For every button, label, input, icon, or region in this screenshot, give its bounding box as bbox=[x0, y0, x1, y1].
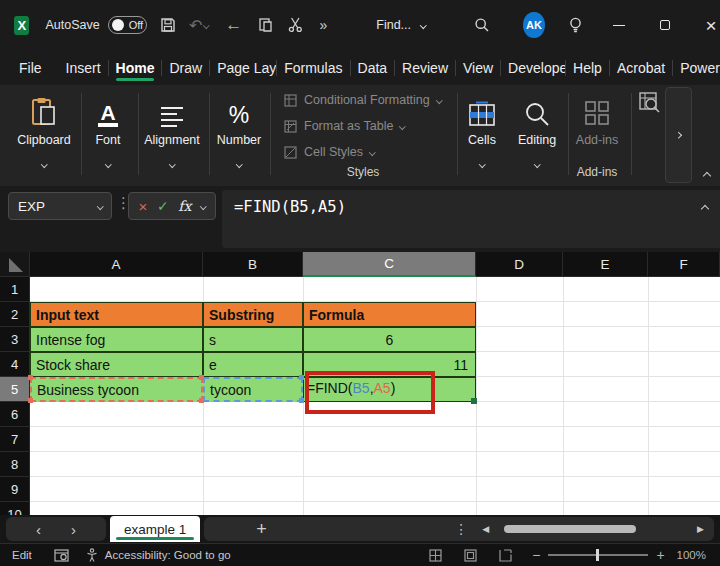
scroll-left-arrow[interactable]: ◀ bbox=[482, 524, 489, 534]
cell-A5-referenced[interactable]: Business tycoon bbox=[30, 377, 203, 402]
column-header-F[interactable]: F bbox=[648, 252, 720, 277]
column-header-E[interactable]: E bbox=[563, 252, 648, 277]
collapse-formula-bar-button[interactable] bbox=[702, 198, 708, 216]
format-as-table-button[interactable]: Format as Table bbox=[284, 119, 405, 133]
cut-button[interactable] bbox=[287, 14, 305, 36]
row-header-9[interactable]: 9 bbox=[0, 477, 30, 502]
prev-sheet-button[interactable]: ‹ bbox=[36, 521, 41, 538]
cell-A4[interactable]: Stock share bbox=[30, 352, 203, 377]
select-all-button[interactable] bbox=[0, 252, 30, 277]
column-header-A[interactable]: A bbox=[30, 252, 203, 277]
maximize-button[interactable] bbox=[656, 14, 674, 36]
confirm-entry-button[interactable]: ✓ bbox=[157, 198, 169, 214]
tab-insert[interactable]: Insert bbox=[59, 55, 108, 81]
page-layout-view-button[interactable] bbox=[464, 549, 477, 562]
tab-view[interactable]: View bbox=[456, 55, 500, 81]
tab-formulas[interactable]: Formulas bbox=[277, 55, 349, 81]
undo-icon: ↶ bbox=[189, 16, 202, 35]
tell-me-button[interactable] bbox=[567, 14, 585, 36]
formula-input[interactable]: =FIND(B5,A5) bbox=[222, 190, 720, 248]
font-chevron-icon bbox=[105, 161, 111, 167]
addins-icon bbox=[583, 99, 611, 127]
cell-B3[interactable]: s bbox=[203, 327, 303, 352]
cell-B2[interactable]: Substring bbox=[203, 302, 303, 327]
row-header-4[interactable]: 4 bbox=[0, 352, 30, 377]
row-header-2[interactable]: 2 bbox=[0, 302, 30, 327]
tab-data[interactable]: Data bbox=[351, 55, 395, 81]
next-sheet-button[interactable]: › bbox=[71, 521, 76, 538]
cell-C3[interactable]: 6 bbox=[303, 327, 476, 352]
normal-view-button[interactable] bbox=[429, 549, 442, 562]
new-sheet-button[interactable]: + bbox=[256, 519, 267, 540]
column-header-C[interactable]: C bbox=[303, 252, 476, 277]
sheet-tab-example1[interactable]: example 1 bbox=[110, 516, 200, 542]
row-header-10[interactable]: 10 bbox=[0, 502, 30, 515]
alignment-group-button[interactable]: Alignment bbox=[140, 93, 204, 170]
collapse-ribbon-button[interactable] bbox=[704, 165, 710, 183]
tab-draw[interactable]: Draw bbox=[162, 55, 209, 81]
cell-A3[interactable]: Intense fog bbox=[30, 327, 203, 352]
minimize-button[interactable] bbox=[610, 14, 628, 36]
row-header-8[interactable]: 8 bbox=[0, 452, 30, 477]
addins-button-label: Add-ins bbox=[566, 133, 628, 147]
styles-group-label: Styles bbox=[318, 165, 408, 179]
row-header-3[interactable]: 3 bbox=[0, 327, 30, 352]
cancel-entry-button[interactable]: × bbox=[139, 198, 148, 215]
clipboard-group-button[interactable]: Clipboard bbox=[12, 93, 76, 170]
ribbon-expand-strip[interactable] bbox=[665, 87, 692, 183]
save-button[interactable] bbox=[159, 14, 177, 36]
copy-button[interactable] bbox=[257, 14, 275, 36]
cell-A2[interactable]: Input text bbox=[30, 302, 203, 327]
row-header-1[interactable]: 1 bbox=[0, 277, 30, 302]
zoom-out-button[interactable]: − bbox=[532, 547, 540, 563]
undo-button[interactable]: ↶ bbox=[189, 14, 209, 36]
scroll-right-arrow[interactable]: ▶ bbox=[697, 524, 704, 534]
row-header-6[interactable]: 6 bbox=[0, 402, 30, 427]
fill-handle[interactable] bbox=[471, 398, 477, 404]
insert-function-button[interactable]: fx bbox=[178, 198, 191, 214]
conditional-formatting-button[interactable]: Conditional Formatting bbox=[284, 93, 441, 107]
page-break-preview-button[interactable] bbox=[499, 549, 512, 562]
horizontal-scrollbar-thumb[interactable] bbox=[504, 525, 636, 533]
analyze-data-button[interactable] bbox=[638, 91, 662, 119]
tab-home[interactable]: Home bbox=[109, 55, 162, 81]
close-button[interactable]: × bbox=[702, 14, 720, 36]
a5-handle bbox=[199, 375, 204, 380]
autosave-toggle[interactable]: Off bbox=[108, 16, 147, 34]
macro-record-button[interactable] bbox=[54, 549, 69, 562]
accessibility-checker-button[interactable] bbox=[85, 548, 99, 562]
zoom-slider-thumb[interactable] bbox=[596, 549, 599, 561]
find-dropdown[interactable]: Find... bbox=[376, 18, 425, 32]
tab-power-pivot[interactable]: Power Piv bbox=[673, 55, 720, 81]
cells-group-button[interactable]: Cells bbox=[451, 93, 513, 170]
cell-B5-referenced[interactable]: tycoon bbox=[203, 377, 303, 402]
back-button[interactable]: ← bbox=[225, 14, 243, 36]
cell-C2[interactable]: Formula bbox=[303, 302, 476, 327]
tab-review[interactable]: Review bbox=[395, 55, 455, 81]
column-header-B[interactable]: B bbox=[203, 252, 303, 277]
tab-help[interactable]: Help bbox=[566, 55, 609, 81]
row-header-5[interactable]: 5 bbox=[0, 377, 30, 402]
zoom-in-button[interactable]: + bbox=[656, 547, 664, 563]
cell-B4[interactable]: e bbox=[203, 352, 303, 377]
number-group-button[interactable]: % Number bbox=[207, 93, 271, 170]
font-group-button[interactable]: A Font bbox=[76, 93, 140, 170]
addins-button[interactable]: Add-ins bbox=[566, 93, 628, 147]
column-header-D[interactable]: D bbox=[476, 252, 563, 277]
zoom-level-label[interactable]: 100% bbox=[677, 549, 706, 561]
account-avatar[interactable]: AK bbox=[523, 12, 544, 38]
sheet-options-dots[interactable]: ⋮ bbox=[454, 521, 468, 537]
search-button[interactable] bbox=[474, 14, 492, 36]
quick-access-overflow-button[interactable]: » bbox=[314, 14, 332, 36]
tab-developer[interactable]: Develope bbox=[501, 55, 565, 81]
tab-page-layout[interactable]: Page Layo bbox=[210, 55, 276, 81]
row-header-7[interactable]: 7 bbox=[0, 427, 30, 452]
name-box[interactable]: EXP bbox=[8, 192, 112, 220]
formula-bar-buttons: × ✓ fx bbox=[128, 192, 216, 220]
cell-styles-button[interactable]: Cell Styles bbox=[284, 145, 375, 159]
editing-group-button[interactable]: Editing bbox=[508, 93, 566, 170]
tab-file[interactable]: File bbox=[12, 55, 49, 81]
tab-acrobat[interactable]: Acrobat bbox=[610, 55, 672, 81]
sheet-tab-panel: + ⋮ ◀ ▶ bbox=[204, 517, 714, 541]
zoom-slider[interactable] bbox=[548, 554, 648, 556]
